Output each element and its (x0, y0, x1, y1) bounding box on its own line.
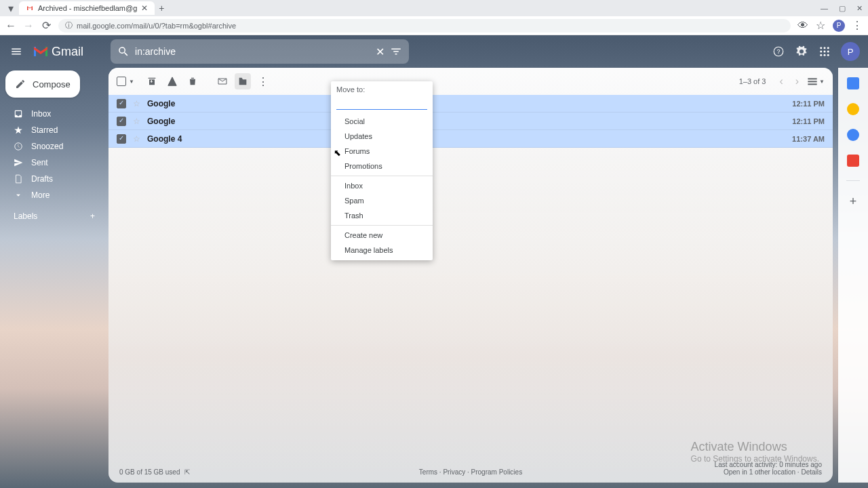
sidebar-item-label: Starred (31, 125, 58, 135)
moveto-item-spam[interactable]: Spam (331, 193, 433, 208)
toolbar: ▼ ⋮ 1–3 of 3 ‹ › ▼ (108, 68, 833, 95)
help-icon[interactable]: ? (772, 45, 785, 58)
sidebar-item-inbox[interactable]: Inbox (3, 106, 106, 122)
email-time: 12:11 PM (792, 117, 825, 125)
search-box[interactable]: ✕ (111, 39, 409, 64)
terms-link[interactable]: Terms (419, 468, 437, 476)
pagination-text: 1–3 of 3 (739, 77, 766, 85)
sidebar-item-starred[interactable]: Starred (3, 122, 106, 138)
gmail-logo[interactable]: Gmail (33, 45, 83, 59)
archive-button[interactable] (144, 73, 160, 89)
keep-app-icon[interactable] (847, 103, 859, 115)
minimize-button[interactable]: — (821, 4, 828, 13)
details-link[interactable]: Details (801, 468, 822, 476)
site-info-icon[interactable]: ⓘ (65, 20, 73, 30)
more-actions-button[interactable]: ⋮ (255, 73, 271, 89)
main-menu-button[interactable] (8, 43, 24, 60)
extensions-icon[interactable]: 👁 (797, 20, 808, 32)
tasks-app-icon[interactable] (847, 129, 859, 141)
activate-title: Activate Windows (691, 440, 819, 454)
settings-icon[interactable] (795, 45, 808, 58)
apps-icon[interactable] (818, 45, 831, 58)
star-icon[interactable]: ☆ (133, 134, 140, 144)
search-input[interactable] (135, 46, 370, 57)
rail-divider (846, 180, 860, 181)
browser-tab[interactable]: Archived - mischiefbedlam@g ✕ (19, 1, 155, 15)
prev-page-button[interactable]: ‹ (775, 75, 787, 87)
add-label-icon[interactable]: + (90, 211, 95, 221)
forward-button[interactable]: → (23, 20, 34, 32)
email-row[interactable]: ☆ Google 12:11 PM (108, 113, 833, 130)
privacy-link[interactable]: Privacy (443, 468, 465, 476)
moveto-item-updates[interactable]: Updates (331, 129, 433, 144)
moveto-item-manage-labels[interactable]: Manage labels (331, 243, 433, 258)
contacts-app-icon[interactable] (847, 155, 859, 167)
svg-point-2 (820, 47, 822, 49)
sidebar-item-drafts[interactable]: Drafts (3, 171, 106, 187)
moveto-item-create-new[interactable]: Create new (331, 228, 433, 243)
clear-search-icon[interactable]: ✕ (376, 45, 384, 58)
search-icon[interactable] (117, 45, 130, 58)
new-tab-button[interactable]: + (159, 3, 164, 14)
select-all-checkbox[interactable] (117, 77, 126, 86)
star-icon (14, 125, 23, 135)
moveto-item-inbox[interactable]: Inbox (331, 178, 433, 193)
maximize-button[interactable]: ▢ (839, 4, 846, 13)
density-toggle[interactable]: ▼ (807, 77, 825, 85)
moveto-item-social[interactable]: Social (331, 114, 433, 129)
moveto-search[interactable] (336, 95, 427, 110)
compose-button[interactable]: Compose (5, 70, 80, 98)
sidebar-item-sent[interactable]: Sent (3, 155, 106, 171)
report-spam-button[interactable] (164, 73, 180, 89)
hamburger-icon (10, 45, 22, 58)
reload-button[interactable]: ⟳ (41, 19, 52, 32)
moveto-item-promotions[interactable]: Promotions (331, 159, 433, 174)
calendar-app-icon[interactable] (847, 77, 859, 89)
pencil-icon (15, 79, 26, 89)
row-checkbox[interactable] (117, 117, 126, 126)
close-window-button[interactable]: ✕ (856, 4, 863, 13)
tab-title: Archived - mischiefbedlam@g (38, 4, 137, 12)
next-page-button[interactable]: › (791, 75, 803, 87)
sidebar-item-more[interactable]: More (3, 187, 106, 203)
moveto-item-forums[interactable]: Forums (331, 144, 433, 159)
svg-point-12 (172, 83, 172, 83)
select-dropdown-icon[interactable]: ▼ (129, 79, 134, 85)
window-controls: — ▢ ✕ (821, 4, 863, 13)
tab-close-icon[interactable]: ✕ (141, 3, 148, 13)
row-checkbox[interactable] (117, 99, 126, 108)
policies-link[interactable]: Program Policies (471, 468, 523, 476)
tab-search-dropdown[interactable]: ▾ (5, 3, 16, 14)
gmail-favicon-icon (26, 4, 34, 12)
search-options-icon[interactable] (390, 45, 402, 58)
mark-unread-button[interactable] (214, 73, 231, 89)
address-bar[interactable]: ⓘ mail.google.com/mail/u/0/?tab=rm&ogbl#… (58, 19, 791, 33)
email-time: 11:37 AM (792, 135, 825, 143)
back-button[interactable]: ← (5, 20, 16, 32)
email-row[interactable]: ☆ Google 12:11 PM (108, 95, 833, 113)
star-icon[interactable]: ☆ (133, 99, 140, 108)
labels-title: Labels (14, 211, 37, 221)
svg-rect-13 (808, 78, 816, 79)
delete-button[interactable] (184, 73, 201, 89)
clock-icon (14, 142, 23, 151)
svg-point-10 (827, 54, 829, 56)
row-checkbox[interactable] (117, 134, 126, 144)
browser-menu-icon[interactable]: ⋮ (852, 19, 863, 32)
bookmark-icon[interactable]: ☆ (815, 19, 826, 32)
moveto-item-trash[interactable]: Trash (331, 208, 433, 223)
moveto-search-input[interactable] (336, 98, 430, 106)
side-panel: + (838, 68, 868, 483)
email-row[interactable]: ☆ Google 4 11:37 AM (108, 130, 833, 148)
svg-rect-15 (808, 83, 816, 85)
add-addon-button[interactable]: + (850, 195, 857, 209)
move-to-button[interactable] (235, 73, 251, 89)
sidebar-item-snoozed[interactable]: Snoozed (3, 138, 106, 155)
gmail-header: Gmail ✕ ? P (0, 35, 868, 68)
svg-point-6 (824, 51, 826, 53)
storage-open-icon[interactable]: ⇱ (184, 468, 190, 476)
svg-point-5 (820, 51, 822, 53)
star-icon[interactable]: ☆ (133, 117, 140, 126)
account-avatar[interactable]: P (841, 42, 860, 61)
profile-avatar[interactable]: P (833, 20, 845, 32)
